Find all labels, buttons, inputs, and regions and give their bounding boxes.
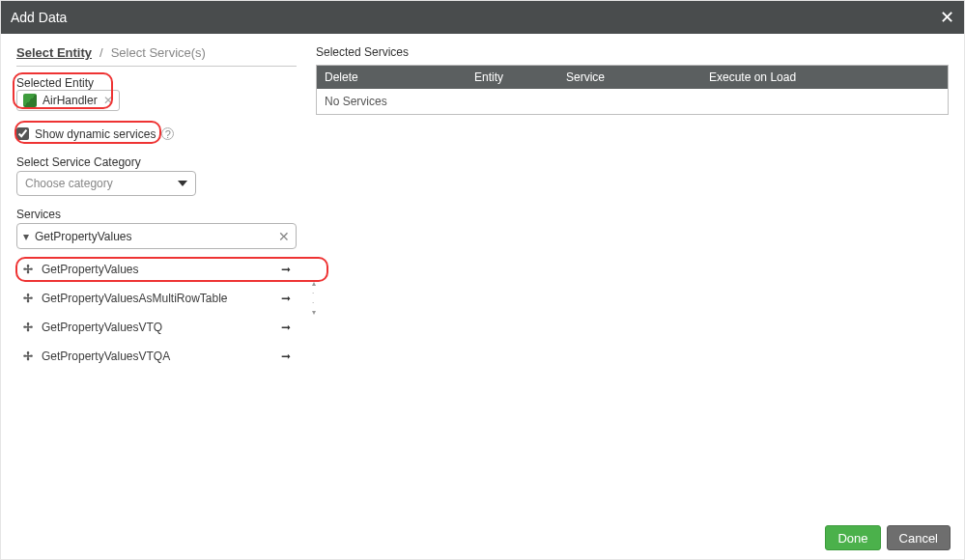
titlebar: Add Data ✕ [1,1,964,34]
table-header-row: Delete Entity Service Execute on Load [317,66,948,89]
selected-services-label: Selected Services [316,45,949,59]
breadcrumb-separator: / [99,45,103,60]
add-data-dialog: Add Data ✕ Select Entity / Select Servic… [0,0,965,560]
select-category-label: Select Service Category [16,155,297,169]
filter-icon: ▾ [23,230,29,243]
drag-icon[interactable]: ✢ [22,350,34,363]
dialog-body: Select Entity / Select Service(s) Select… [1,34,964,517]
drag-icon[interactable]: ✢ [22,263,34,276]
arrow-right-icon[interactable]: ➞ [281,292,291,305]
th-entity: Entity [467,66,558,89]
thing-icon [23,94,37,107]
breadcrumb-step-services[interactable]: Select Service(s) [111,45,206,60]
service-name: GetPropertyValuesVTQ [42,321,162,334]
show-dynamic-label: Show dynamic services [35,127,156,141]
service-item-vtqa[interactable]: ✢ GetPropertyValuesVTQA ➞ [16,342,297,371]
service-item-multirow[interactable]: ✢ GetPropertyValuesAsMultiRowTable ➞ [16,284,297,313]
chevron-down-icon [178,181,187,186]
service-name: GetPropertyValues [42,263,139,276]
drag-icon[interactable]: ✢ [22,292,34,305]
arrow-right-icon[interactable]: ➞ [281,350,291,363]
th-delete: Delete [317,66,467,89]
table-empty-row: No Services [317,89,948,114]
services-label: Services [16,208,297,221]
right-panel: Selected Services Delete Entity Service … [316,45,949,513]
service-name: GetPropertyValuesAsMultiRowTable [42,292,228,305]
remove-entity-icon[interactable]: ✕ [103,94,113,107]
services-list: ✢ GetPropertyValues ➞ ✢ GetPropertyValue… [16,255,297,371]
category-dropdown[interactable]: Choose category [16,171,196,196]
dialog-title: Add Data [11,10,940,25]
services-filter-input[interactable] [35,230,272,243]
breadcrumb-step-entity[interactable]: Select Entity [16,45,92,60]
dialog-footer: Done Cancel [1,517,964,559]
entity-chip[interactable]: AirHandler ✕ [16,90,120,111]
left-panel: Select Entity / Select Service(s) Select… [16,45,297,513]
selected-entity-label: Selected Entity [16,76,297,90]
service-item-vtq[interactable]: ✢ GetPropertyValuesVTQ ➞ [16,313,297,342]
drag-icon[interactable]: ✢ [22,321,34,334]
service-name: GetPropertyValuesVTQA [42,350,170,363]
arrow-right-icon[interactable]: ➞ [281,321,291,334]
cancel-button[interactable]: Cancel [887,525,951,550]
services-filter[interactable]: ▾ ✕ [16,223,297,249]
done-button[interactable]: Done [825,525,880,550]
breadcrumb: Select Entity / Select Service(s) [16,45,297,67]
show-dynamic-services[interactable]: Show dynamic services ? [16,127,174,141]
close-icon[interactable]: ✕ [940,9,954,26]
category-placeholder: Choose category [25,177,113,190]
show-dynamic-checkbox[interactable] [16,127,29,140]
panel-drag-handle-icon[interactable]: ▴··▾ [312,279,316,317]
clear-filter-icon[interactable]: ✕ [278,229,290,244]
service-item-getpropertyvalues[interactable]: ✢ GetPropertyValues ➞ [16,255,297,284]
entity-name: AirHandler [43,94,98,107]
selected-services-table: Delete Entity Service Execute on Load No… [316,65,949,115]
arrow-right-icon[interactable]: ➞ [281,263,291,276]
th-service: Service [558,66,701,89]
th-execute: Execute on Load [701,66,948,89]
help-icon[interactable]: ? [161,127,174,140]
